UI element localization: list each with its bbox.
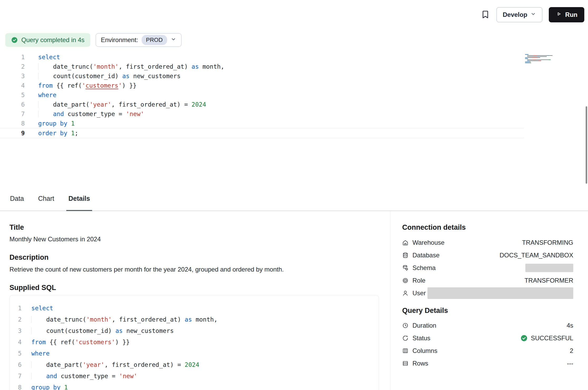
details-panel: Title Monthly New Customers in 2024 Desc… — [0, 211, 390, 390]
code-line-3[interactable]: 3 count(customer_id) as new_customers — [0, 71, 524, 81]
code-token: 'month' — [93, 63, 119, 70]
connection-row-warehouse: Warehouse TRANSFORMING — [402, 236, 573, 249]
line-number: 1 — [10, 303, 22, 314]
status-value: SUCCESSFUL — [531, 334, 573, 342]
columns-icon — [402, 348, 408, 354]
tab-chart[interactable]: Chart — [38, 186, 55, 211]
row-value: TRANSFORMING — [522, 239, 573, 246]
code-token: 'year' — [89, 101, 111, 108]
code-token: 'customers' — [75, 339, 115, 346]
schema-icon — [402, 265, 408, 271]
line-number: 2 — [0, 62, 25, 71]
tab-details[interactable]: Details — [68, 186, 91, 211]
code-token: customer_type = — [57, 373, 119, 379]
code-line-1[interactable]: 1select — [10, 303, 379, 314]
code-line-5[interactable]: 5where — [0, 90, 524, 100]
code-token: order by — [38, 130, 67, 137]
code-line-8[interactable]: 8group by 1 — [0, 119, 524, 128]
row-label: Role — [412, 277, 425, 284]
row-label: Duration — [412, 322, 436, 329]
run-button[interactable]: Run — [549, 7, 584, 22]
line-number: 1 — [0, 52, 25, 62]
row-label: Status — [412, 334, 430, 342]
line-number: 3 — [0, 71, 25, 81]
chevron-down-icon — [171, 36, 176, 44]
connection-rows: Warehouse TRANSFORMING Database DOCS_TEA… — [402, 236, 573, 299]
row-label: Database — [412, 252, 440, 259]
code-token — [38, 101, 53, 108]
code-line-4[interactable]: 4from {{ ref('customers') }} — [0, 81, 524, 90]
user-icon — [402, 290, 408, 296]
title-heading: Title — [9, 223, 379, 232]
sql-editor[interactable]: 1select2 date_trunc('month', first_order… — [0, 52, 524, 138]
code-line-3[interactable]: 3 count(customer_id) as new_customers — [10, 325, 379, 337]
success-check-icon — [520, 334, 528, 342]
line-number: 3 — [10, 325, 22, 337]
code-token — [38, 111, 53, 117]
code-token: , first_ordered_at) = — [111, 101, 192, 108]
code-token: {{ ref( — [53, 82, 82, 89]
rows-icon — [402, 360, 408, 367]
code-line-1[interactable]: 1select — [0, 52, 524, 62]
tab-data[interactable]: Data — [9, 186, 24, 211]
code-token: ' — [118, 82, 122, 89]
code-line-4[interactable]: 4from {{ ref('customers') }} — [10, 337, 379, 348]
bookmark-button[interactable] — [481, 10, 490, 20]
query-row-rows: Rows --- — [402, 357, 573, 370]
code-token: count(customer_id) — [53, 73, 122, 79]
code-token: , first_ordered_at) — [119, 63, 192, 70]
code-token: group by — [31, 384, 61, 390]
line-number: 7 — [10, 371, 22, 382]
code-line-5[interactable]: 5where — [10, 348, 379, 359]
run-label: Run — [565, 11, 577, 18]
connection-row-schema: Schema — [402, 262, 573, 274]
code-token: from — [31, 339, 46, 346]
code-token — [61, 384, 64, 390]
line-number: 8 — [0, 119, 25, 128]
code-token: , first_ordered_at) = — [104, 361, 185, 368]
code-token: as — [122, 73, 130, 79]
row-label: Rows — [412, 360, 428, 367]
code-token: ' — [82, 82, 86, 89]
line-number: 4 — [10, 337, 22, 348]
topbar: Develop Run — [0, 0, 588, 29]
code-token: select — [31, 305, 53, 312]
connection-details-heading: Connection details — [402, 223, 573, 232]
code-token: month, — [192, 316, 217, 323]
code-token — [31, 373, 46, 379]
editor-minimap[interactable] — [525, 54, 552, 63]
row-value: 2 — [570, 347, 573, 354]
code-line-2[interactable]: 2 date_trunc('month', first_ordered_at) … — [0, 62, 524, 71]
develop-button[interactable]: Develop — [496, 7, 542, 22]
role-icon — [402, 277, 408, 284]
code-token — [67, 130, 71, 137]
query-row-duration: Duration 4s — [402, 319, 573, 332]
code-token: as — [192, 63, 199, 70]
row-value: TRANSFORMER — [525, 277, 573, 284]
code-token: {{ ref( — [46, 339, 75, 346]
line-number: 6 — [10, 359, 22, 371]
ref-link-customers[interactable]: customers — [86, 82, 118, 89]
description-heading: Description — [9, 253, 379, 262]
develop-label: Develop — [503, 11, 527, 18]
query-details-heading: Query Details — [402, 306, 573, 315]
environment-badge: PROD — [142, 35, 167, 45]
code-line-8[interactable]: 8group by 1 — [10, 382, 379, 390]
code-line-6[interactable]: 6 date_part('year', first_ordered_at) = … — [10, 359, 379, 371]
warehouse-icon — [402, 239, 408, 246]
code-token: 1 — [64, 384, 68, 390]
code-token: as — [116, 327, 123, 334]
page-scrollbar[interactable] — [586, 106, 587, 184]
code-line-7[interactable]: 7 and customer_type = 'new' — [0, 109, 524, 119]
code-token — [31, 316, 46, 323]
environment-selector[interactable]: Environment: PROD — [96, 33, 182, 47]
code-token: customer_type = — [64, 111, 126, 117]
code-token: group by — [38, 120, 67, 127]
line-number: 7 — [0, 109, 25, 119]
code-token — [38, 73, 53, 79]
code-line-9[interactable]: 9order by 1; — [0, 128, 524, 138]
code-line-6[interactable]: 6 date_part('year', first_ordered_at) = … — [0, 100, 524, 109]
code-line-7[interactable]: 7 and customer_type = 'new' — [10, 371, 379, 382]
query-details-rows: Duration 4s Status SUCCESSFUL — [402, 319, 573, 370]
code-line-2[interactable]: 2 date_trunc('month', first_ordered_at) … — [10, 314, 379, 325]
